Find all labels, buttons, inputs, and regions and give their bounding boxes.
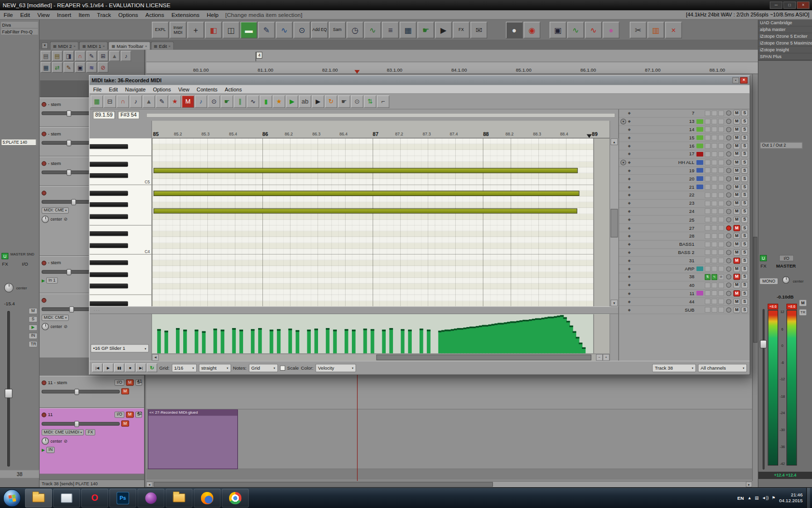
menu-help[interactable]: Help (203, 12, 222, 18)
track-option-button[interactable] (705, 209, 710, 214)
folder-collapse-icon[interactable]: ▼ (621, 160, 626, 165)
repeat-button[interactable]: ↻ (147, 363, 158, 372)
track-option-button[interactable] (718, 127, 724, 133)
mixer-icon[interactable]: ▦ (400, 21, 416, 38)
menu-actions[interactable]: Actions (142, 12, 168, 18)
marker-lane[interactable]: 4 (146, 50, 758, 62)
solo-button[interactable]: S (741, 299, 748, 305)
track-option-button[interactable] (718, 192, 724, 198)
record-arm-button[interactable] (726, 111, 731, 116)
trim-button[interactable]: TR (29, 341, 37, 347)
menu-track[interactable]: Track (93, 12, 115, 18)
piano-keyboard[interactable]: C5C4 (89, 138, 152, 306)
midi-input-button[interactable]: MIDI: CME▾ (42, 208, 69, 214)
hidden-icons-button[interactable]: ▲ (748, 495, 752, 500)
track-option-button[interactable] (711, 176, 717, 181)
track-list-row[interactable]: ◆24MS (619, 208, 749, 216)
pan-knob[interactable] (42, 437, 49, 445)
arrange-ruler-area[interactable]: 4 80.1.0081.1.0082.1.0083.1.0084.1.0085.… (146, 50, 758, 74)
piano-key[interactable] (89, 214, 151, 220)
cc-event-bar[interactable] (157, 329, 161, 353)
cc-event-bar[interactable] (326, 329, 330, 354)
track-option-button[interactable] (718, 209, 724, 214)
track-option-button[interactable] (705, 200, 710, 206)
pan-knob[interactable] (42, 216, 49, 223)
piano-key[interactable] (89, 196, 151, 202)
io-button[interactable]: I/O (115, 412, 124, 418)
cc-event-bar[interactable] (427, 329, 431, 354)
track-option-button[interactable] (718, 160, 724, 165)
mute-button[interactable]: M (733, 307, 740, 313)
scissors-icon[interactable]: ✂ (630, 21, 646, 38)
receive-button[interactable]: 5:PLATE 140 (1, 139, 36, 146)
scale-checkbox[interactable] (280, 365, 285, 371)
fx-chain-item[interactable]: Diva (1, 22, 38, 29)
black-key[interactable] (89, 202, 128, 208)
menu-file[interactable]: File (0, 12, 16, 18)
menu-options[interactable]: Options (115, 12, 142, 18)
midi-editor-window[interactable]: MIDI take: 36-Recorded MIDI ▪ × FileEdit… (89, 75, 750, 374)
track-list-row[interactable]: ◆31MS (619, 257, 749, 265)
mute-button[interactable]: M (733, 159, 740, 165)
track-option-button[interactable] (718, 176, 724, 181)
black-key[interactable] (89, 191, 128, 196)
track-option-button[interactable] (711, 299, 717, 304)
input-button[interactable]: In 1 (46, 277, 58, 284)
folder-button[interactable] (165, 489, 192, 508)
track-option-button[interactable] (711, 127, 717, 133)
midi-menu-options[interactable]: Options (149, 86, 174, 92)
midi-note[interactable] (154, 168, 578, 173)
cc-event-bar[interactable] (232, 328, 236, 354)
solo-button[interactable]: S (741, 192, 748, 198)
play-preview-icon[interactable]: ▶ (286, 95, 298, 108)
master-trim-button[interactable]: TR (799, 309, 807, 316)
track-option-button[interactable] (711, 283, 717, 288)
piano-key[interactable] (89, 220, 151, 225)
black-key[interactable] (89, 162, 128, 167)
scroll-down-icon[interactable]: ▼ (610, 299, 618, 306)
marquee-zoom-icon[interactable]: ⊙ (351, 95, 363, 108)
piano-key[interactable] (89, 138, 151, 144)
play-cursor-icon[interactable]: ▶ (435, 21, 451, 38)
metronome-icon[interactable]: ▲ (109, 51, 120, 61)
split-item-icon[interactable]: ◧ (205, 21, 221, 38)
record-arm-button[interactable] (726, 241, 731, 247)
touch-tool-icon[interactable]: ☛ (338, 95, 350, 108)
corner-layout-icon[interactable]: ⌐ (377, 95, 390, 108)
track-option-button[interactable] (711, 168, 717, 174)
midi-ruler[interactable]: 8585.285.385.48686.286.386.48787.287.387… (152, 121, 609, 138)
master-mute-button[interactable]: M (799, 299, 807, 306)
explore-button[interactable]: EXPL (152, 21, 168, 38)
cc-event-bar[interactable] (214, 329, 218, 353)
menu-view[interactable]: View (34, 12, 54, 18)
piano-key[interactable] (89, 185, 151, 191)
new-project-icon[interactable]: ▤ (41, 51, 51, 61)
record-arm-button[interactable] (42, 161, 46, 166)
hand-scroll-icon[interactable]: ☛ (418, 21, 434, 38)
track-panel[interactable]: 11 - stemI/OMS41M (40, 376, 144, 408)
cc-event-bar[interactable] (307, 329, 311, 354)
track-option-button[interactable] (705, 225, 710, 231)
record-arm-button[interactable] (726, 168, 731, 173)
vertical-zoom-icon[interactable]: ⇅ (364, 95, 377, 108)
solo-button[interactable]: S (741, 167, 748, 174)
track-option-button[interactable] (711, 192, 717, 198)
monitor-play-icon[interactable]: ▶ (29, 325, 37, 331)
midi-menu-edit[interactable]: Edit (105, 86, 122, 92)
insert-note-icon[interactable]: ♪ (130, 95, 142, 108)
solo-button[interactable]: S (741, 159, 748, 165)
cc-event-bar[interactable] (258, 329, 262, 354)
midi-menu-contents[interactable]: Contents (193, 86, 221, 92)
master-io-button[interactable]: I/O (779, 255, 794, 261)
track-option-button[interactable] (705, 283, 710, 288)
mute-button[interactable]: M (126, 412, 134, 418)
record-arm-button[interactable] (726, 291, 731, 296)
wave-icon[interactable]: ≋ (87, 62, 97, 73)
cc-lane-select[interactable]: •16 GP Slider 1 ▾ (90, 344, 149, 352)
cc-event-bar[interactable] (277, 329, 281, 353)
track-lane-42[interactable] (146, 409, 758, 469)
track-list-row[interactable]: ◆40MS (619, 282, 749, 290)
grid-icon[interactable]: ▦ (41, 62, 51, 73)
track-option-button[interactable] (718, 299, 724, 304)
solo-button[interactable]: S (741, 126, 748, 133)
